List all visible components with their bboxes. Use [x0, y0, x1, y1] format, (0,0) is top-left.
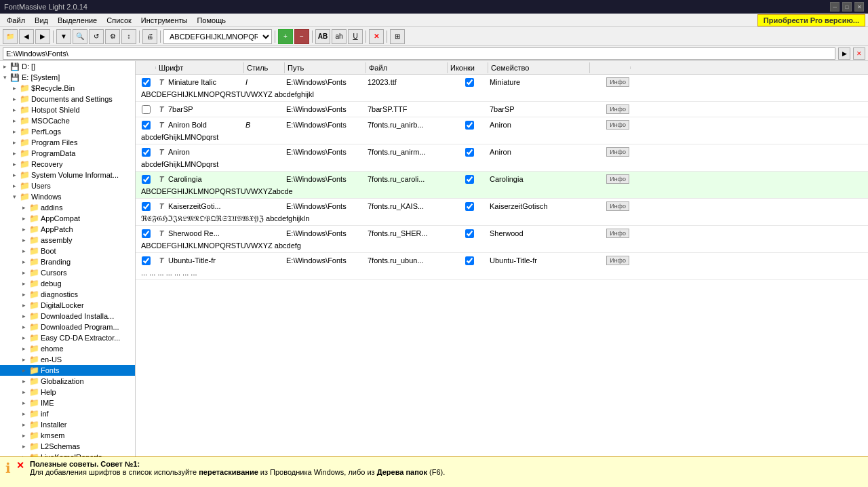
font-info-btn-sherwood[interactable]: Инфо	[606, 229, 629, 238]
tree-item-fonts[interactable]: ▸📁Fonts	[0, 365, 135, 376]
tree-toggle-docsettings[interactable]: ▸	[9, 96, 19, 102]
font-checkbox-miniature-italic[interactable]	[142, 78, 151, 87]
tree-item-downloaded_program[interactable]: ▸📁Downloaded Program...	[0, 322, 135, 332]
tree-toggle-program_files[interactable]: ▸	[9, 139, 19, 146]
font-icon-check-kaiserzeit[interactable]	[465, 202, 474, 211]
tree-toggle-digitallocker[interactable]: ▸	[19, 302, 28, 309]
tb-add-button[interactable]: +	[278, 29, 293, 44]
menu-tools[interactable]: Инструменты	[137, 16, 192, 25]
tree-toggle-livekernelreports[interactable]: ▸	[19, 454, 28, 456]
tree-item-addins[interactable]: ▸📁addins	[0, 202, 135, 213]
maximize-button[interactable]: □	[842, 2, 852, 12]
tree-item-kmsem[interactable]: ▸📁kmsem	[0, 430, 135, 441]
tree-toggle-recovery[interactable]: ▸	[9, 161, 19, 168]
tree-toggle-help[interactable]: ▸	[19, 389, 28, 395]
tree-toggle-easy_cdda[interactable]: ▸	[19, 334, 28, 341]
font-checkbox-aniron-bold[interactable]	[142, 121, 151, 130]
tree-item-apppatch[interactable]: ▸📁AppPatch	[0, 224, 135, 235]
tree-toggle-diagnostics[interactable]: ▸	[19, 291, 28, 298]
tree-toggle-l2schemas[interactable]: ▸	[19, 443, 28, 450]
tree-item-program_files[interactable]: ▸📁Program Files	[0, 137, 135, 148]
tree-item-l2schemas[interactable]: ▸📁L2Schemas	[0, 441, 135, 452]
col-path-header[interactable]: Путь	[285, 62, 366, 73]
menu-list[interactable]: Список	[102, 16, 136, 25]
font-icon-check-aniron[interactable]	[465, 148, 474, 157]
font-info-btn-carolingia[interactable]: Инфо	[606, 174, 629, 184]
close-button[interactable]: ✕	[854, 2, 864, 12]
path-clear-button[interactable]: ✕	[853, 47, 865, 60]
font-checkbox-ubuntu-title[interactable]	[142, 256, 151, 265]
tb-search-button[interactable]: 🔍	[73, 29, 87, 44]
tree-toggle-appcompat[interactable]: ▸	[19, 215, 28, 222]
tree-toggle-msocache[interactable]: ▸	[9, 117, 19, 124]
tree-item-ime[interactable]: ▸📁IME	[0, 397, 135, 408]
tree-item-recovery[interactable]: ▸📁Recovery	[0, 159, 135, 170]
tree-toggle-en_us[interactable]: ▸	[19, 356, 28, 363]
font-info-btn-7barsp[interactable]: Инфо	[606, 104, 629, 114]
tb-remove-button[interactable]: −	[294, 29, 309, 44]
tree-item-boot[interactable]: ▸📁Boot	[0, 246, 135, 256]
tree-toggle-inf[interactable]: ▸	[19, 410, 28, 417]
tree-toggle-globalization[interactable]: ▸	[19, 378, 28, 385]
tree-item-digitallocker[interactable]: ▸📁DigitalLocker	[0, 300, 135, 311]
font-info-btn-aniron-bold[interactable]: Инфо	[606, 120, 629, 130]
tree-item-perflogs[interactable]: ▸📁PerfLogs	[0, 126, 135, 137]
tb-x-button[interactable]: ✕	[369, 29, 384, 44]
tb-settings-button[interactable]: ⚙	[105, 29, 120, 44]
tree-toggle-sysvolinfo[interactable]: ▸	[9, 172, 19, 178]
tree-item-branding[interactable]: ▸📁Branding	[0, 256, 135, 267]
menu-file[interactable]: Файл	[3, 16, 29, 25]
tree-item-recycle[interactable]: ▸📁$Recycle.Bin	[0, 83, 135, 94]
font-filter-dropdown[interactable]: ABCDEFGHIJKLMNOPQRSTUVW...	[163, 29, 272, 44]
tree-toggle-fonts[interactable]: ▸	[19, 367, 28, 374]
tree-toggle-users[interactable]: ▸	[9, 182, 19, 189]
col-family-header[interactable]: Семейство	[488, 62, 590, 73]
font-info-btn-aniron[interactable]: Инфо	[606, 147, 629, 157]
tree-item-installer[interactable]: ▸📁Installer	[0, 419, 135, 430]
tree-item-globalization[interactable]: ▸📁Globalization	[0, 376, 135, 387]
col-file-header[interactable]: Файл	[366, 62, 448, 73]
font-icon-check-miniature-italic[interactable]	[465, 78, 474, 87]
tb-sort-button[interactable]: ↕	[121, 29, 136, 44]
tree-item-inf[interactable]: ▸📁inf	[0, 408, 135, 419]
tree-toggle-assembly[interactable]: ▸	[19, 237, 28, 244]
font-info-btn-miniature-italic[interactable]: Инфо	[606, 77, 629, 87]
tb-ah-button[interactable]: ah	[332, 29, 347, 44]
tree-toggle-downloaded_installa[interactable]: ▸	[19, 313, 28, 319]
tree-toggle-d_drive[interactable]: ▸	[0, 63, 9, 70]
font-checkbox-aniron[interactable]	[142, 148, 151, 157]
tree-toggle-downloaded_program[interactable]: ▸	[19, 324, 28, 330]
tree-item-cursors[interactable]: ▸📁Cursors	[0, 267, 135, 278]
tree-toggle-debug[interactable]: ▸	[19, 280, 28, 287]
tree-item-msocache[interactable]: ▸📁MSOCache	[0, 115, 135, 126]
tree-toggle-perflogs[interactable]: ▸	[9, 128, 19, 135]
tree-item-downloaded_installa[interactable]: ▸📁Downloaded Installa...	[0, 311, 135, 322]
tree-toggle-hotspot[interactable]: ▸	[9, 106, 19, 113]
tb-ab-button[interactable]: AB	[315, 29, 330, 44]
tree-item-diagnostics[interactable]: ▸📁diagnostics	[0, 289, 135, 300]
path-go-button[interactable]: ▶	[838, 47, 850, 60]
tree-item-ehome[interactable]: ▸📁ehome	[0, 343, 135, 354]
font-icon-check-aniron-bold[interactable]	[465, 121, 474, 130]
tree-item-livekernelreports[interactable]: ▸📁LiveKernelReports	[0, 452, 135, 456]
tree-item-d_drive[interactable]: ▸💾D: []	[0, 61, 135, 72]
tree-toggle-installer[interactable]: ▸	[19, 421, 28, 428]
tree-toggle-kmsem[interactable]: ▸	[19, 432, 28, 439]
tree-item-e_system[interactable]: ▾💾E: [System]	[0, 72, 135, 83]
tb-folder-button[interactable]: 📁	[3, 29, 18, 44]
font-icon-check-sherwood[interactable]	[465, 229, 474, 238]
font-checkbox-7barsp[interactable]	[142, 105, 151, 114]
minimize-button[interactable]: ─	[830, 2, 840, 12]
tree-toggle-ehome[interactable]: ▸	[19, 345, 28, 352]
tree-toggle-branding[interactable]: ▸	[19, 258, 28, 265]
tree-item-easy_cdda[interactable]: ▸📁Easy CD-DA Extractor...	[0, 332, 135, 343]
tree-item-help[interactable]: ▸📁Help	[0, 387, 135, 397]
tree-item-hotspot[interactable]: ▸📁Hotspot Shield	[0, 104, 135, 115]
font-info-btn-ubuntu-title[interactable]: Инфо	[606, 256, 629, 265]
tb-refresh-button[interactable]: ↺	[89, 29, 104, 44]
tree-toggle-ime[interactable]: ▸	[19, 400, 28, 406]
font-checkbox-sherwood[interactable]	[142, 229, 151, 238]
tree-toggle-e_system[interactable]: ▾	[0, 74, 9, 81]
tb-back-button[interactable]: ◀	[19, 29, 34, 44]
font-checkbox-kaiserzeit[interactable]	[142, 202, 151, 211]
